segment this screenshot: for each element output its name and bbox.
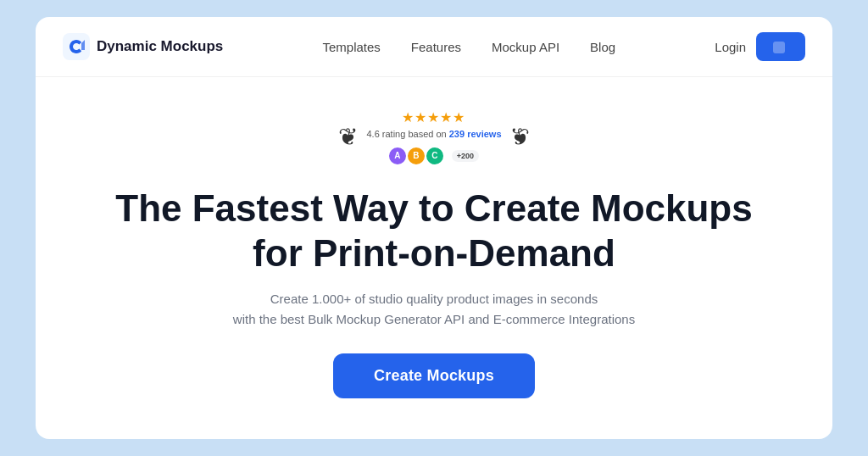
rating-text: 4.6 rating based on 239 reviews: [366, 129, 501, 139]
rating-badge: ❦ ★★★★★ 4.6 rating based on 239 reviews …: [338, 109, 529, 166]
page-wrapper: Dynamic Mockups Templates Features Mocku…: [0, 0, 868, 456]
nav-link-mockup-api[interactable]: Mockup API: [492, 40, 559, 54]
nav-cta-icon: [773, 42, 785, 53]
nav-link-blog[interactable]: Blog: [590, 40, 615, 54]
avatar-1: A: [387, 146, 408, 166]
hero-subtitle: Create 1.000+ of studio quality product …: [233, 289, 635, 330]
nav-links: Templates Features Mockup API Blog: [322, 40, 615, 54]
avatar-2: B: [406, 146, 426, 166]
nav-right: Login: [715, 32, 805, 61]
navbar: Dynamic Mockups Templates Features Mocku…: [36, 17, 832, 77]
laurel-right-icon: ❦: [510, 125, 530, 149]
hero-title: The Fastest Way to Create Mockups for Pr…: [115, 186, 752, 276]
hero-title-line2: for Print-on-Demand: [253, 232, 615, 274]
nav-link-features[interactable]: Features: [411, 40, 461, 54]
user-count-badge: +200: [450, 148, 481, 164]
login-button[interactable]: Login: [715, 40, 746, 54]
svg-rect-1: [773, 42, 785, 53]
dynamic-mockups-logo-icon: [63, 33, 90, 60]
laurel-left-icon: ❦: [338, 125, 358, 149]
laurel-wrapper: ❦ ★★★★★ 4.6 rating based on 239 reviews …: [338, 109, 529, 166]
nav-link-templates[interactable]: Templates: [322, 40, 380, 54]
avatars-row: A B C +200: [387, 146, 481, 166]
brand-name: Dynamic Mockups: [97, 38, 223, 55]
hero-cta-button[interactable]: Create Mockups: [333, 353, 535, 398]
star-rating: ★★★★★: [402, 109, 465, 125]
rating-text-prefix: rating based on: [382, 129, 447, 139]
hero-section: ❦ ★★★★★ 4.6 rating based on 239 reviews …: [36, 77, 832, 439]
hero-subtitle-line2: with the best Bulk Mockup Generator API …: [233, 312, 635, 326]
svg-rect-0: [63, 33, 90, 60]
rating-content: ★★★★★ 4.6 rating based on 239 reviews A …: [366, 109, 501, 166]
hero-subtitle-line1: Create 1.000+ of studio quality product …: [270, 292, 598, 306]
logo-area[interactable]: Dynamic Mockups: [63, 33, 223, 60]
avatar-3: C: [425, 146, 445, 166]
main-card: Dynamic Mockups Templates Features Mocku…: [36, 17, 832, 439]
nav-cta-button[interactable]: [756, 32, 805, 61]
review-count: 239 reviews: [449, 129, 502, 139]
rating-score: 4.6: [366, 129, 379, 139]
hero-title-line1: The Fastest Way to Create Mockups: [115, 187, 752, 229]
